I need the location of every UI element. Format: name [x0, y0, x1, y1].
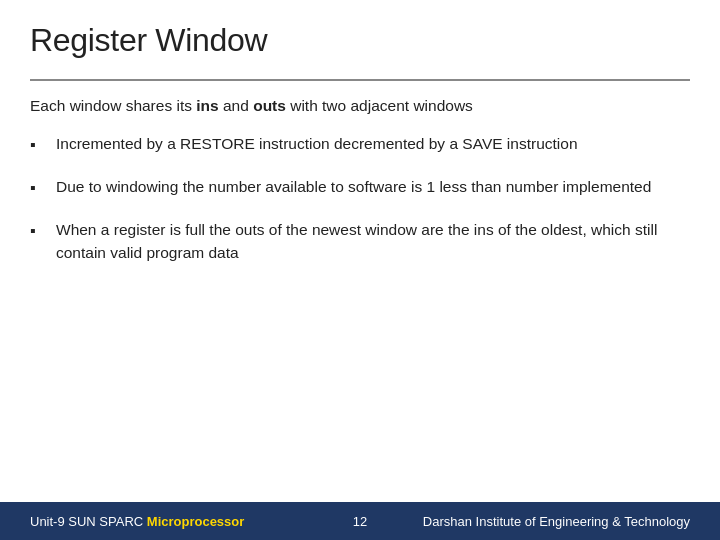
footer-left-prefix: Unit-9 SUN SPARC [30, 514, 147, 529]
bullet-marker-3: ▪ [30, 219, 48, 243]
slide-header: Register Window [0, 0, 720, 71]
slide-body: Each window shares its ins and outs with… [0, 81, 720, 503]
subtitle-middle: and [219, 97, 253, 114]
footer-page-number: 12 [330, 514, 390, 529]
list-item: ▪ When a register is full the outs of th… [30, 218, 690, 265]
slide-title: Register Window [30, 22, 690, 59]
bullet-text-1: Incremented by a RESTORE instruction dec… [56, 132, 690, 155]
bullet-marker-1: ▪ [30, 133, 48, 157]
subtitle-suffix: with two adjacent windows [286, 97, 473, 114]
footer-left-highlight: Microprocessor [147, 514, 245, 529]
subtitle-prefix: Each window shares its [30, 97, 196, 114]
footer-right: Darshan Institute of Engineering & Techn… [390, 514, 690, 529]
list-item: ▪ Incremented by a RESTORE instruction d… [30, 132, 690, 157]
subtitle-term1: ins [196, 97, 218, 114]
list-item: ▪ Due to windowing the number available … [30, 175, 690, 200]
subtitle-term2: outs [253, 97, 286, 114]
bullet-list: ▪ Incremented by a RESTORE instruction d… [30, 132, 690, 265]
subtitle-text: Each window shares its ins and outs with… [30, 95, 690, 117]
bullet-text-2: Due to windowing the number available to… [56, 175, 690, 198]
slide-container: Register Window Each window shares its i… [0, 0, 720, 540]
bullet-marker-2: ▪ [30, 176, 48, 200]
bullet-text-3: When a register is full the outs of the … [56, 218, 690, 265]
slide-footer: Unit-9 SUN SPARC Microprocessor 12 Darsh… [0, 502, 720, 540]
footer-left: Unit-9 SUN SPARC Microprocessor [30, 514, 330, 529]
